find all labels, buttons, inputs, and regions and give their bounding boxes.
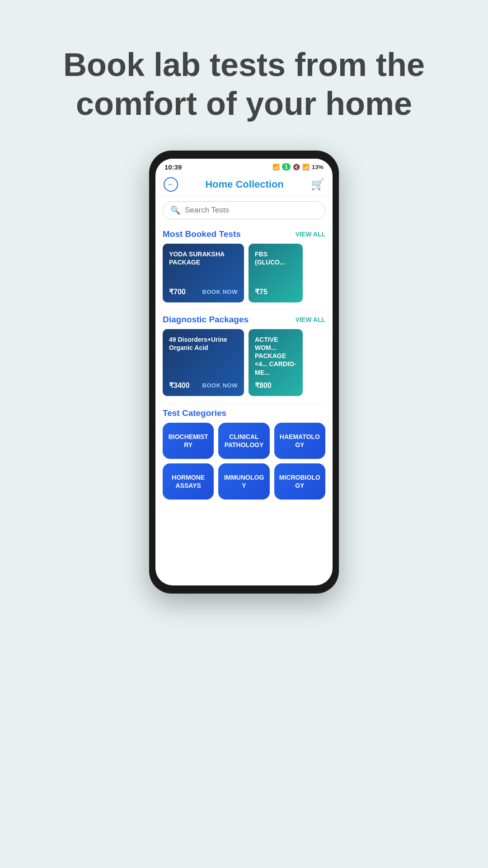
diagnostic-title: Diagnostic Packages xyxy=(163,315,249,325)
diagnostic-section: Diagnostic Packages VIEW ALL 49 Disorder… xyxy=(155,310,333,396)
card-price-activewom: ₹800 xyxy=(255,381,272,390)
categories-header: Test Categories xyxy=(163,408,325,418)
book-now-49disorders[interactable]: BOOK NOW xyxy=(202,382,238,389)
wifi-icon: 📶 xyxy=(272,164,280,170)
back-icon: ← xyxy=(167,180,174,189)
most-booked-section: Most Booked Tests VIEW ALL YODA SURAKSHA… xyxy=(155,225,333,302)
test-card-yoda[interactable]: YODA SURAKSHA PACKAGE ₹700 BOOK NOW xyxy=(163,244,244,302)
category-biochemistry[interactable]: BIOCHEMISTRY xyxy=(163,423,214,459)
categories-grid: BIOCHEMISTRY CLINICAL PATHOLOGY HAEMATOL… xyxy=(155,423,333,500)
card-price-yoda: ₹700 xyxy=(169,288,186,296)
battery-text: 13% xyxy=(312,164,324,170)
category-clinical-pathology[interactable]: CLINICAL PATHOLOGY xyxy=(218,423,269,459)
status-bar: 10:39 📶 1 🔇 📶 13% xyxy=(155,159,333,173)
card-name-activewom: ACTIVE WOM... PACKAGE <4... CARDIO-ME... xyxy=(255,335,296,377)
card-footer-yoda: ₹700 BOOK NOW xyxy=(169,288,238,296)
diagnostic-view-all[interactable]: VIEW ALL xyxy=(296,316,325,323)
category-haematology[interactable]: HAEMATOLOGY xyxy=(274,423,325,459)
search-icon: 🔍 xyxy=(170,205,180,215)
most-booked-header: Most Booked Tests VIEW ALL xyxy=(163,229,325,239)
cart-icon[interactable]: 🛒 xyxy=(311,178,324,191)
card-name-fbs: FBS (GLUCO... xyxy=(255,250,296,266)
search-input[interactable] xyxy=(185,206,318,215)
status-time: 10:39 xyxy=(164,163,182,171)
most-booked-title: Most Booked Tests xyxy=(163,229,241,239)
phone-mockup: 10:39 📶 1 🔇 📶 13% ← Home Collection 🛒 🔍 xyxy=(149,151,339,594)
back-button[interactable]: ← xyxy=(164,177,178,192)
search-bar[interactable]: 🔍 xyxy=(163,201,325,219)
hero-title: Book lab tests from the comfort of your … xyxy=(36,45,452,123)
card-footer-49disorders: ₹3400 BOOK NOW xyxy=(169,381,238,390)
signal-icon: 📶 xyxy=(302,164,310,170)
test-card-activewom[interactable]: ACTIVE WOM... PACKAGE <4... CARDIO-ME...… xyxy=(249,329,303,396)
diagnostic-cards: 49 Disorders+Urine Organic Acid ₹3400 BO… xyxy=(163,329,325,396)
category-hormone-assays[interactable]: HORMONE ASSAYS xyxy=(163,463,214,500)
status-icons: 📶 1 🔇 📶 13% xyxy=(272,163,324,170)
card-footer-fbs: ₹75 xyxy=(255,288,296,296)
phone-screen: 10:39 📶 1 🔇 📶 13% ← Home Collection 🛒 🔍 xyxy=(155,159,333,585)
card-price-49disorders: ₹3400 xyxy=(169,381,190,390)
diagnostic-header: Diagnostic Packages VIEW ALL xyxy=(163,315,325,325)
category-microbiology[interactable]: MICROBIOLOGY xyxy=(274,463,325,500)
hero-section: Book lab tests from the comfort of your … xyxy=(0,45,488,123)
test-card-49disorders[interactable]: 49 Disorders+Urine Organic Acid ₹3400 BO… xyxy=(163,329,244,396)
categories-section: Test Categories xyxy=(155,404,333,418)
categories-title: Test Categories xyxy=(163,408,226,418)
test-card-fbs[interactable]: FBS (GLUCO... ₹75 xyxy=(249,244,303,302)
card-name-49disorders: 49 Disorders+Urine Organic Acid xyxy=(169,335,238,352)
content-area: Most Booked Tests VIEW ALL YODA SURAKSHA… xyxy=(155,225,333,585)
page-title: Home Collection xyxy=(205,179,284,190)
category-immunology[interactable]: IMMUNOLOGY xyxy=(218,463,269,500)
card-footer-activewom: ₹800 xyxy=(255,381,296,390)
book-now-yoda[interactable]: BOOK NOW xyxy=(202,288,238,295)
most-booked-view-all[interactable]: VIEW ALL xyxy=(296,231,325,238)
app-header: ← Home Collection 🛒 xyxy=(155,173,333,196)
mute-icon: 🔇 xyxy=(293,164,300,170)
card-price-fbs: ₹75 xyxy=(255,288,267,296)
card-name-yoda: YODA SURAKSHA PACKAGE xyxy=(169,250,238,266)
most-booked-cards: YODA SURAKSHA PACKAGE ₹700 BOOK NOW FBS … xyxy=(163,244,325,302)
notification-badge: 1 xyxy=(282,163,291,170)
